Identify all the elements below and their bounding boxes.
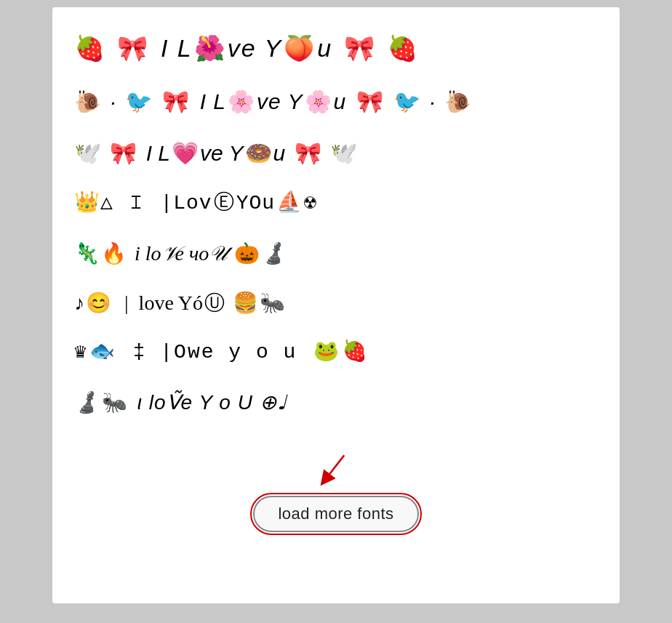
font-row-4: 👑△ ꀤ |LovⒺ YOu ⛵☢️	[74, 180, 598, 227]
emoji: 🎀	[356, 87, 384, 116]
text-segment: ve Y	[228, 32, 282, 64]
emoji: 🐜	[102, 390, 128, 416]
text-segment: I L	[200, 87, 226, 116]
text-segment: 👑△ ꀤ |Lov	[74, 190, 212, 217]
font-row-6: ♪😊 | love YóⓊ 🍔🐜	[74, 280, 598, 326]
text-segment: i lo𝒱e чо𝒰	[135, 241, 226, 267]
emoji: 🌸	[305, 87, 332, 116]
emoji: 🌸	[228, 87, 255, 116]
text-segment: I L	[146, 139, 170, 167]
text-segment: ♟️	[74, 390, 100, 416]
emoji: 🍓	[387, 32, 419, 64]
emoji: 🍩	[245, 139, 272, 167]
text-segment: | love Yó	[124, 290, 203, 316]
emoji: ⛵	[276, 190, 303, 217]
text-segment: ι loṼe Y o U ⊕♩	[137, 390, 287, 416]
emoji: 🍓	[342, 339, 369, 366]
emoji: 🕊️	[330, 139, 357, 167]
emoji: 🎀	[344, 32, 376, 64]
text-segment: I L	[161, 32, 193, 64]
emoji: 🐌	[74, 87, 102, 116]
text-segment: ve Y	[200, 139, 244, 167]
text-segment: ♟️	[261, 241, 287, 267]
font-row-2: 🐌 · 🐦 🎀 I L🌸ve Y🌸u 🎀 🐦 · 🐌	[74, 77, 598, 126]
emoji: 🐦	[393, 87, 421, 116]
emoji: 🌺	[194, 32, 226, 64]
text-segment: YOu	[236, 190, 275, 217]
emoji: 🕊️	[74, 139, 101, 167]
emoji: 🍔	[233, 290, 258, 316]
arrow-container	[314, 451, 358, 490]
emoji: 🦎	[74, 241, 100, 267]
svg-line-0	[325, 455, 344, 480]
emoji: 🍑	[284, 32, 316, 64]
main-panel: 🍓 🎀 I L🌺ve Y🍑u 🎀 🍓 🐌 · 🐦 🎀 I L🌸ve Y🌸u 🎀 …	[52, 7, 620, 603]
emoji: ☢️	[304, 190, 317, 217]
emoji: 🐟	[89, 339, 116, 366]
font-row-3: 🕊️ 🎀 I L💗ve Y🍩u 🎀 🕊️	[74, 129, 598, 177]
emoji: 🎃	[234, 241, 260, 267]
down-arrow-icon	[314, 451, 358, 487]
text-segment: ve Y	[257, 87, 303, 116]
emoji: 🐦	[125, 87, 153, 116]
font-row-5: 🦎🔥 i lo𝒱e чо𝒰 🎃♟️	[74, 230, 598, 277]
text-segment: ♪	[74, 290, 84, 316]
font-row-8: ♟️🐜 ι loṼe Y o U ⊕♩	[74, 379, 598, 426]
load-more-section: load more fonts	[74, 451, 598, 532]
emoji: 🐌	[444, 87, 472, 116]
emoji: 🍓	[74, 32, 106, 64]
font-row-7: ♛🐟 ‡ |Owe y o u 🐸🍓	[74, 329, 598, 376]
text-segment: u	[273, 139, 286, 167]
text-segment: ‡ |Owe y o u	[133, 339, 297, 366]
emoji: 😊	[86, 290, 111, 316]
emoji: 🔥	[101, 241, 127, 267]
emoji: 🎀	[295, 139, 321, 167]
text-segment: ♛	[74, 339, 88, 366]
emoji: 🎀	[110, 139, 137, 167]
font-row-1: 🍓 🎀 I L🌺ve Y🍑u 🎀 🍓	[74, 22, 598, 74]
text-segment: u	[317, 32, 332, 64]
emoji: 🐸	[313, 339, 340, 366]
emoji: Ⓤ	[204, 290, 225, 316]
load-more-fonts-button[interactable]: load more fonts	[253, 496, 418, 532]
emoji: 🎀	[117, 32, 149, 64]
emoji: Ⓔ	[214, 190, 235, 217]
emoji: 🎀	[162, 87, 190, 116]
text-segment: u	[334, 87, 347, 116]
emoji: 🐜	[260, 290, 285, 316]
emoji: 💗	[172, 139, 199, 167]
